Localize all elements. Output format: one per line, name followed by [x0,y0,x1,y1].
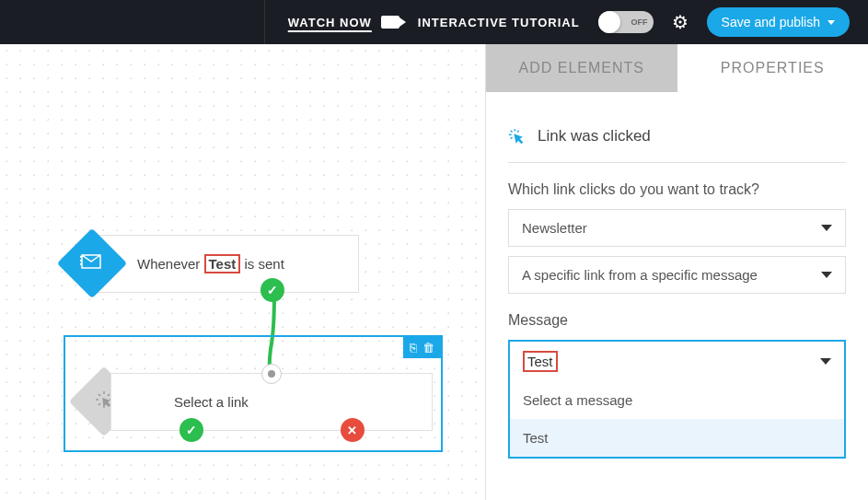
tab-add-elements[interactable]: ADD ELEMENTS [486,44,677,92]
condition-node[interactable]: ⎘ 🗑 Select a link ✓ ✕ [64,335,443,452]
trigger-highlight: Test [204,254,241,273]
panel-body: Link was clicked Which link clicks do yo… [486,92,868,477]
message-option-placeholder[interactable]: Select a message [510,381,844,419]
copy-icon[interactable]: ⎘ [410,341,417,355]
trash-icon[interactable]: 🗑 [422,341,434,355]
message-dropdown: Select a message Test [510,381,844,457]
connector-check: ✓ [260,278,284,302]
condition-label: Select a link [174,394,249,410]
workflow-canvas[interactable]: Whenever Test is sent ✓ ⎘ 🗑 Select a lin… [0,44,485,500]
main-area: Whenever Test is sent ✓ ⎘ 🗑 Select a lin… [0,44,868,500]
tab-properties[interactable]: PROPERTIES [677,44,869,92]
message-select[interactable]: Test Select a message Test [508,340,846,459]
message-label: Message [508,312,846,329]
tutorial-label: INTERACTIVE TUTORIAL [418,16,580,29]
trigger-prefix: Whenever [137,256,204,272]
gear-icon[interactable]: ⚙ [672,11,689,33]
trigger-suffix: is sent [240,256,284,272]
property-header: Link was clicked [508,110,846,163]
trigger-node[interactable]: Whenever Test is sent [92,235,359,293]
watch-now-link[interactable]: WATCH NOW [288,16,399,29]
message-current: Test [510,342,844,381]
yes-output-icon[interactable]: ✓ [179,418,203,442]
message-field: Message Test Select a message Test [508,312,846,459]
side-panel: ADD ELEMENTS PROPERTIES Link was clicked… [485,44,868,500]
camera-icon [381,16,399,29]
toggle-knob [598,11,620,33]
newsletter-select[interactable]: Newsletter [508,209,846,247]
mail-sent-icon [80,253,104,273]
toggle-state: OFF [631,17,648,27]
input-handle[interactable] [261,364,282,384]
watch-now-label: WATCH NOW [288,16,372,29]
save-publish-label: Save and publish [722,15,820,29]
message-option-test[interactable]: Test [510,419,844,457]
trigger-node-box: Whenever Test is sent [92,235,359,293]
track-label: Which link clicks do you want to track? [508,181,846,198]
message-current-value: Test [523,351,558,372]
property-title: Link was clicked [538,127,651,145]
decision-row: ✓ ✕ [110,418,433,442]
no-output-icon[interactable]: ✕ [341,418,365,442]
check-icon: ✓ [260,278,284,302]
save-publish-button[interactable]: Save and publish [707,7,850,37]
header-divider [264,0,265,44]
link-click-icon [508,128,525,145]
app-header: WATCH NOW INTERACTIVE TUTORIAL OFF ⚙ Sav… [0,0,868,44]
tutorial-toggle[interactable]: OFF [598,11,654,33]
link-type-value: A specific link from a specific message [522,267,758,283]
link-type-select[interactable]: A specific link from a specific message [508,256,846,294]
newsletter-value: Newsletter [522,220,587,236]
panel-tabs: ADD ELEMENTS PROPERTIES [486,44,868,92]
node-toolbar: ⎘ 🗑 [403,337,441,358]
